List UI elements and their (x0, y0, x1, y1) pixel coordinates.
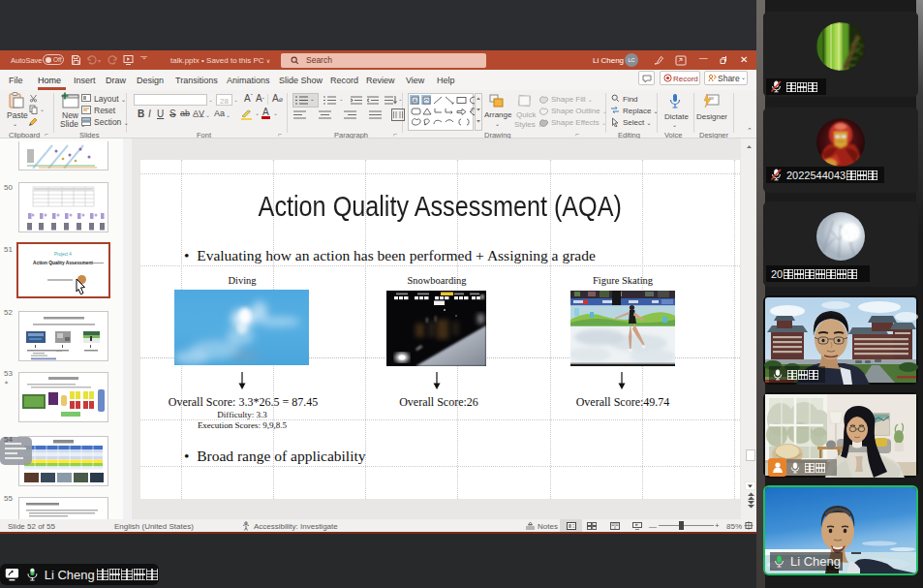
svg-text:A: A (413, 98, 416, 104)
